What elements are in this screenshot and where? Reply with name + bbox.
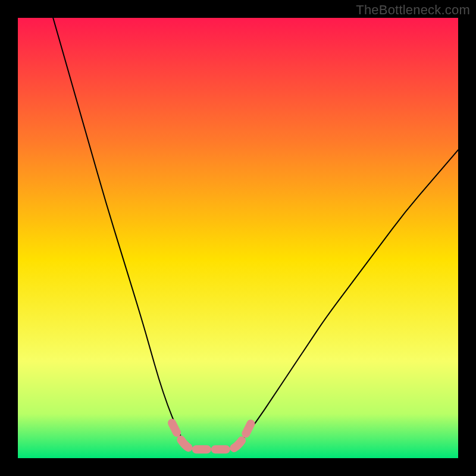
chart-frame: TheBottleneck.com (0, 0, 476, 476)
watermark-label: TheBottleneck.com (356, 2, 470, 18)
plot-background (18, 18, 458, 458)
bottleneck-chart (0, 0, 476, 476)
